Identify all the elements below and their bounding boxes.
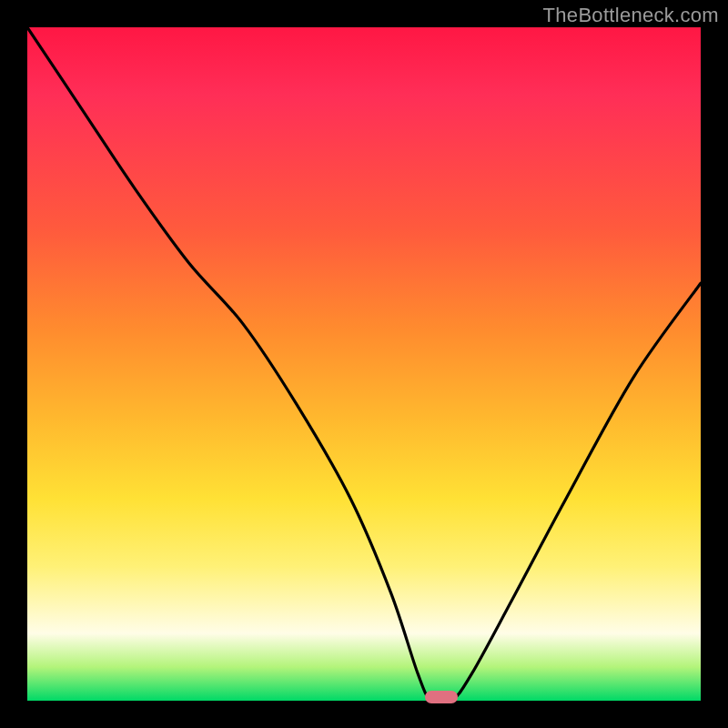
watermark-text: TheBottleneck.com	[543, 4, 719, 27]
curve-svg	[27, 27, 701, 701]
bottleneck-curve	[27, 27, 701, 701]
chart-frame: TheBottleneck.com	[0, 0, 728, 728]
plot-area	[27, 27, 701, 701]
optimum-marker	[425, 691, 458, 703]
